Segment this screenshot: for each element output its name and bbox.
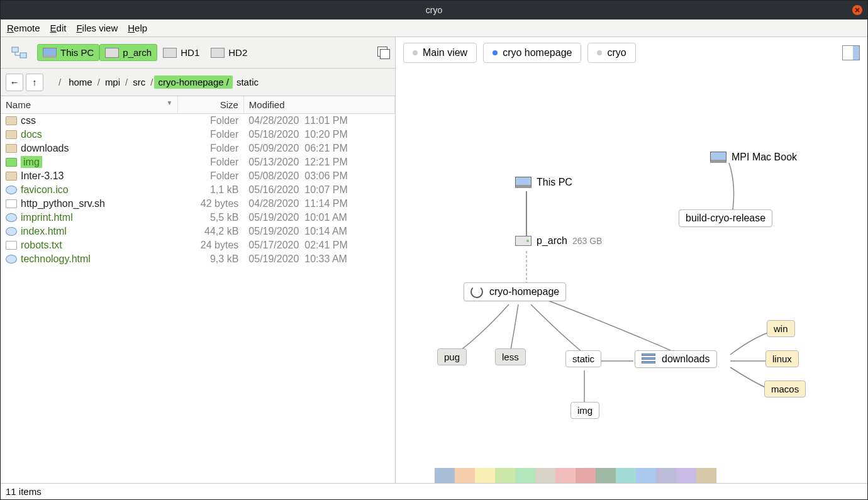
file-row[interactable]: favicon.ico1,1 kB05/16/2020 10:07 PM [1,183,395,197]
color-swatch[interactable] [515,468,535,483]
file-name: downloads [21,143,69,153]
device-p_arch[interactable]: p_arch [99,44,157,61]
color-swatch[interactable] [656,468,676,483]
back-button[interactable]: ← [6,74,23,91]
sort-indicator-icon: ▼ [167,99,173,106]
file-row[interactable]: imgFolder05/13/2020 12:21 PM [1,155,395,169]
file-icon [6,241,17,250]
titlebar: cryo [1,1,867,19]
node-this-pc[interactable]: This PC [515,177,572,188]
node-img[interactable]: img [570,402,599,419]
color-swatch[interactable] [596,468,616,483]
color-swatch[interactable] [495,468,515,483]
tab-main-view[interactable]: Main view [403,43,477,63]
multi-window-icon[interactable] [377,47,390,59]
menu-remote[interactable]: Remote [7,23,40,33]
device-hd1[interactable]: HD1 [157,44,205,61]
color-swatch[interactable] [576,468,596,483]
node-macos[interactable]: macos [764,381,806,397]
color-swatch[interactable] [616,468,636,483]
file-name: css [21,115,36,126]
file-row[interactable]: index.html44,2 kB05/19/2020 10:14 AM [1,225,395,238]
server-icon [642,353,655,365]
monitor-icon [43,48,57,58]
tab-indicator-icon [492,50,498,55]
file-name: index.html [21,226,67,236]
color-swatch[interactable] [696,468,716,483]
node-pug[interactable]: pug [437,348,467,365]
file-name: technology.html [21,253,91,264]
menu-help[interactable]: Help [128,23,147,33]
file-row[interactable]: http_python_srv.sh42 bytes04/28/2020 11:… [1,197,395,211]
file-name: img [21,156,42,168]
tab-indicator-icon [597,50,602,55]
breadcrumb-src[interactable]: src [129,75,149,89]
file-icon [6,213,17,222]
file-row[interactable]: technology.html9,3 kB05/19/2020 10:33 AM [1,252,395,266]
tab-cryo-homepage[interactable]: cryo homepage [483,43,581,63]
col-size[interactable]: Size [178,96,243,114]
svg-rect-1 [20,53,26,58]
folder-icon [6,130,17,139]
node-p-arch[interactable]: p_arch 263 GB [515,235,602,247]
node-win[interactable]: win [767,320,795,337]
device-toolbar: This PCp_archHD1HD2 [1,37,395,69]
file-icon [6,199,17,208]
menu-files-view[interactable]: Files view [76,23,118,33]
status-text: 11 items [6,486,42,497]
node-less[interactable]: less [495,348,526,365]
device-this-pc[interactable]: This PC [37,44,99,61]
drive-icon [105,48,119,58]
color-swatch[interactable] [636,468,656,483]
drive-icon [515,236,531,246]
node-cryo-homepage[interactable]: cryo-homepage [464,282,566,301]
file-row[interactable]: cssFolder04/28/2020 11:01 PM [1,114,395,128]
node-linux[interactable]: linux [765,350,799,367]
path-bar: ← ↑ / home/mpi/src/cryo-homepage /static [1,69,395,96]
file-row[interactable]: downloadsFolder05/09/2020 06:21 PM [1,142,395,155]
drive-icon [163,48,177,58]
panel-toggle-icon[interactable] [842,45,860,60]
file-name: docs [21,129,42,140]
file-name: favicon.ico [21,184,69,195]
breadcrumb-mpi[interactable]: mpi [101,75,124,89]
breadcrumb-static[interactable]: static [233,75,262,89]
color-swatch[interactable] [475,468,495,483]
file-name: http_python_srv.sh [21,198,105,209]
tab-cryo[interactable]: cryo [587,43,635,63]
node-mpi-macbook[interactable]: MPI Mac Book [710,152,797,163]
file-row[interactable]: Inter-3.13Folder05/08/2020 03:06 PM [1,169,395,183]
node-static[interactable]: static [565,350,601,367]
color-swatch[interactable] [676,468,696,483]
col-modified[interactable]: Modified [243,96,394,114]
file-name: robots.txt [21,240,62,250]
file-name: Inter-3.13 [21,170,64,181]
close-icon[interactable] [852,5,862,15]
node-build-release[interactable]: build-cryo-release [679,209,772,227]
folder-icon [6,158,17,167]
color-swatch[interactable] [415,468,435,483]
breadcrumb-cryo-homepage[interactable]: cryo-homepage / [154,75,233,89]
node-downloads[interactable]: downloads [635,350,717,368]
file-icon [6,255,17,264]
network-icon[interactable] [6,43,33,62]
file-row[interactable]: imprint.html5,5 kB05/19/2020 10:01 AM [1,211,395,225]
color-swatch[interactable] [435,468,455,483]
file-row[interactable]: robots.txt24 bytes05/17/2020 02:41 PM [1,238,395,252]
color-swatch[interactable] [555,468,576,483]
breadcrumb-home[interactable]: home [65,75,96,89]
monitor-icon [710,152,726,163]
col-name[interactable]: Name▼ [1,96,178,114]
up-button[interactable]: ↑ [26,74,43,91]
svg-rect-0 [12,47,18,52]
menu-edit[interactable]: Edit [50,23,67,33]
file-name: imprint.html [21,212,73,223]
spinner-icon [470,286,483,298]
color-swatch[interactable] [535,468,555,483]
file-row[interactable]: docsFolder05/18/2020 10:20 PM [1,128,395,142]
color-swatch[interactable] [455,468,475,483]
device-hd2[interactable]: HD2 [205,44,253,61]
tab-indicator-icon [413,50,418,55]
graph-pane: Main viewcryo homepagecryo [396,37,867,483]
graph-canvas[interactable]: This PC MPI Mac Book build-cryo-release … [396,69,867,464]
